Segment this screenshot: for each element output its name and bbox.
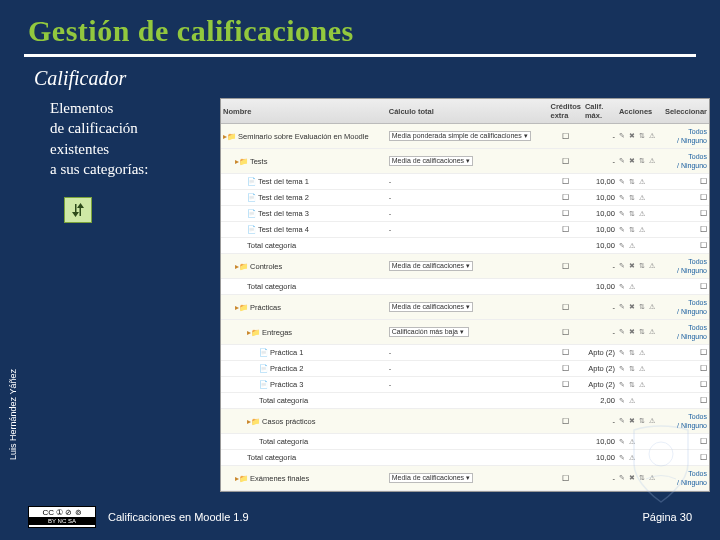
table-row: 📄 Práctica 3-☐Apto (2)✎ ⇅ ⚠☐: [221, 377, 709, 393]
cc-top: CC ① ⊘ ⊚: [42, 509, 81, 517]
university-crest: [626, 424, 696, 504]
table-row: 📄 Práctica 2-☐Apto (2)✎ ⇅ ⚠☐: [221, 361, 709, 377]
table-row: ▸📁 PrácticasMedia de calificaciones ▾☐-✎…: [221, 295, 709, 320]
col-extra: Créditos extra: [548, 99, 582, 124]
footer-course: Calificaciones en Moodle 1.9: [108, 511, 249, 523]
col-seleccionar: Seleccionar: [663, 99, 709, 124]
table-row: 📄 Test del tema 3-☐10,00✎ ⇅ ⚠☐: [221, 206, 709, 222]
table-row: Total categoría2,00✎ ⚠☐: [221, 393, 709, 409]
author-credit: Luis Hernández Yáñez: [8, 369, 18, 460]
table-row: ▸📁 Seminario sobre Evaluación en MoodleM…: [221, 124, 709, 149]
table-row: Total categoría10,00✎ ⚠☐: [221, 279, 709, 295]
body-line: Elementos: [50, 100, 113, 116]
table-row: ▸📁 ControlesMedia de calificaciones ▾☐-✎…: [221, 254, 709, 279]
table-row: 📄 Práctica 1-☐Apto (2)✎ ⇅ ⚠☐: [221, 345, 709, 361]
col-max: Calif. máx.: [583, 99, 617, 124]
table-row: 📄 Test del tema 4-☐10,00✎ ⇅ ⚠☐: [221, 222, 709, 238]
move-icon: [64, 197, 92, 223]
body-text: Elementos de calificación existentes a s…: [50, 98, 210, 492]
content-area: Elementos de calificación existentes a s…: [0, 96, 720, 492]
body-line: existentes: [50, 141, 109, 157]
footer: CC ① ⊘ ⊚ BY NC SA Calificaciones en Mood…: [0, 506, 720, 528]
body-line: de calificación: [50, 120, 138, 136]
table-head: Nombre Cálculo total Créditos extra Cali…: [221, 99, 709, 124]
cc-license-badge: CC ① ⊘ ⊚ BY NC SA: [28, 506, 96, 528]
slide-subtitle: Calificador: [0, 67, 720, 96]
divider: [24, 54, 696, 57]
footer-left: CC ① ⊘ ⊚ BY NC SA Calificaciones en Mood…: [28, 506, 249, 528]
col-acciones: Acciones: [617, 99, 663, 124]
body-line: a sus categorías:: [50, 161, 148, 177]
footer-page: Página 30: [642, 511, 692, 523]
col-nombre: Nombre: [221, 99, 387, 124]
cc-bottom: BY NC SA: [29, 517, 95, 525]
table-row: Total categoría10,00✎ ⚠☐: [221, 238, 709, 254]
table-row: 📄 Test del tema 2-☐10,00✎ ⇅ ⚠☐: [221, 190, 709, 206]
table-row: ▸📁 TestsMedia de calificaciones ▾☐-✎ ✖ ⇅…: [221, 149, 709, 174]
slide: Gestión de calificaciones Calificador El…: [0, 0, 720, 540]
col-calculo: Cálculo total: [387, 99, 549, 124]
slide-title: Gestión de calificaciones: [0, 0, 720, 54]
table-row: ▸📁 EntregasCalificación más baja ▾☐-✎ ✖ …: [221, 320, 709, 345]
svg-point-0: [649, 442, 673, 466]
table-row: 📄 Test del tema 1-☐10,00✎ ⇅ ⚠☐: [221, 174, 709, 190]
